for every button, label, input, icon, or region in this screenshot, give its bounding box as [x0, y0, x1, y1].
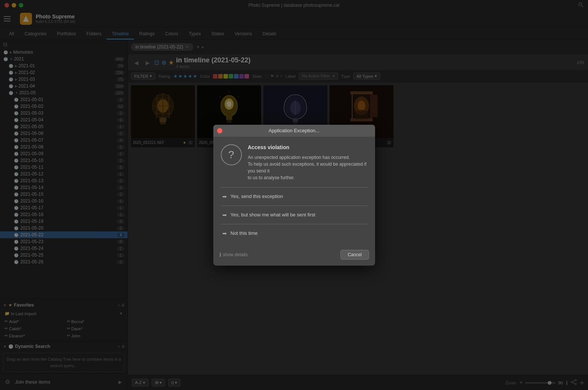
dialog-divider-2	[221, 206, 368, 206]
dialog-msg-2: To help us avoid such exceptions, it wou…	[248, 162, 367, 174]
dialog-close-button[interactable]	[217, 128, 222, 133]
option-arrow-1: ➡	[222, 193, 227, 200]
dialog-title: Application Exception...	[269, 128, 319, 133]
dialog-error-title: Access violation	[248, 144, 368, 150]
show-details-button[interactable]: ℹ show details	[219, 252, 248, 258]
dialog-titlebar: Application Exception...	[213, 125, 375, 137]
dialog-divider-3	[221, 224, 368, 224]
cancel-button[interactable]: Cancel	[340, 250, 369, 260]
dialog-footer: ℹ show details Cancel	[213, 247, 375, 266]
dialog-question-icon: ?	[221, 144, 242, 165]
dialog-body: ? Access violation An unexpected applica…	[213, 137, 375, 247]
option-text-3: Not this time	[231, 230, 258, 236]
dialog-content-row: ? Access violation An unexpected applica…	[221, 144, 368, 181]
dialog-option-3[interactable]: ➡ Not this time	[221, 227, 368, 239]
dialog-msg-1: An unexpected application exception has …	[248, 155, 350, 160]
dialog-msg-3: to us to analyse further.	[248, 175, 295, 180]
dialog-option-2[interactable]: ➡ Yes, but show me what will be sent fir…	[221, 209, 368, 221]
dialog-overlay: Application Exception... ? Access violat…	[0, 0, 588, 390]
dialog-option-1[interactable]: ➡ Yes, send this exception	[221, 190, 368, 203]
option-text-2: Yes, but show me what will be sent first	[231, 212, 316, 218]
option-text-1: Yes, send this exception	[231, 193, 283, 199]
question-mark: ?	[228, 149, 234, 161]
dialog-message: An unexpected application exception has …	[248, 154, 368, 181]
dialog-divider-1	[221, 187, 368, 187]
option-arrow-2: ➡	[222, 212, 227, 218]
dialog-text-area: Access violation An unexpected applicati…	[248, 144, 368, 181]
exception-dialog: Application Exception... ? Access violat…	[213, 125, 375, 266]
option-arrow-3: ➡	[222, 230, 227, 236]
show-details-label: show details	[223, 252, 248, 257]
info-circle-icon: ℹ	[219, 252, 221, 258]
